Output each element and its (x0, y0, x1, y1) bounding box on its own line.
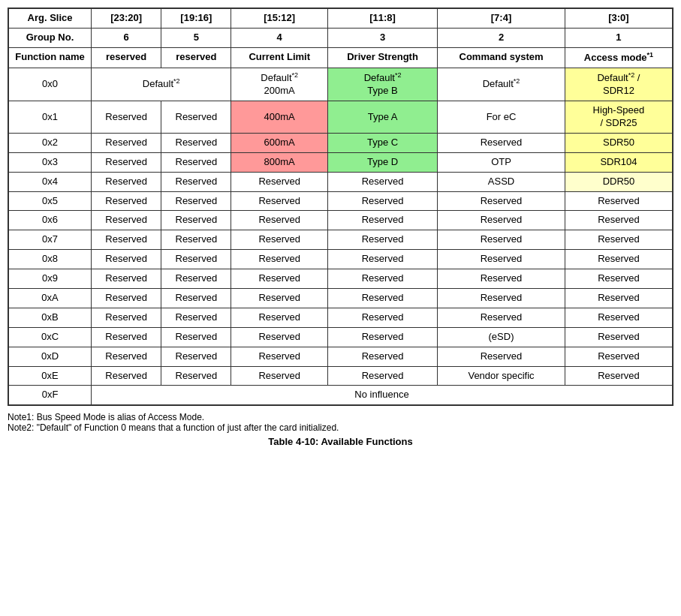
header-col1: [23:20] (92, 9, 161, 29)
row-0x8-col1: Reserved (92, 250, 161, 269)
table-row: 0x0 Default*2 Default*2200mA Default*2Ty… (9, 68, 673, 101)
subheader-col3: 4 (231, 28, 328, 47)
row-0x2-col1: Reserved (92, 133, 161, 152)
header-col2: [19:16] (161, 9, 231, 29)
row-0x4-col1: Reserved (92, 172, 161, 191)
row-0x6-access: Reserved (565, 211, 672, 230)
row-0x6-cmd: Reserved (438, 211, 565, 230)
row-0x0-driver: Default*2Type B (327, 68, 437, 101)
table-row: 0xA Reserved Reserved Reserved Reserved … (9, 289, 673, 308)
row-0x3-cmd: OTP (438, 152, 565, 172)
table-row: 0xC Reserved Reserved Reserved Reserved … (9, 327, 673, 347)
row-0x5-access: Reserved (565, 191, 672, 211)
row-id-0x3: 0x3 (9, 152, 92, 172)
row-0xD-cmd: Reserved (438, 347, 565, 366)
row-0x9-driver: Reserved (327, 269, 437, 289)
row-0x4-driver: Reserved (327, 172, 437, 191)
row-0x8-current: Reserved (231, 250, 328, 269)
row-0xA-current: Reserved (231, 289, 328, 308)
row-0x5-col1: Reserved (92, 191, 161, 211)
row-0x8-cmd: Reserved (438, 250, 565, 269)
row-0xA-col2: Reserved (161, 289, 231, 308)
table-row: 0x3 Reserved Reserved 800mA Type D OTP S… (9, 152, 673, 172)
functions-table: Arg. Slice [23:20] [19:16] [15:12] [11:8… (8, 8, 673, 405)
fn-reserved-1: reserved (92, 47, 161, 68)
notes-section: Note1: Bus Speed Mode is alias of Access… (8, 412, 673, 433)
header-col3: [15:12] (231, 9, 328, 29)
row-0x9-cmd: Reserved (438, 269, 565, 289)
table-row: 0xF No influence (9, 386, 673, 405)
row-0x6-col2: Reserved (161, 211, 231, 230)
row-0x1-access: High-Speed/ SDR25 (565, 101, 672, 134)
table-caption: Table 4-10: Available Functions (8, 436, 673, 447)
row-0x1-col2: Reserved (161, 101, 231, 134)
row-0xC-col1: Reserved (92, 327, 161, 347)
fn-command-system: Command system (438, 47, 565, 68)
row-0xB-driver: Reserved (327, 308, 437, 327)
subheader-col1: 6 (92, 28, 161, 47)
row-0x9-col2: Reserved (161, 269, 231, 289)
row-0xA-access: Reserved (565, 289, 672, 308)
subheader-col6: 1 (565, 28, 672, 47)
row-0xA-driver: Reserved (327, 289, 437, 308)
fn-access-mode: Access mode*1 (565, 47, 672, 68)
row-0xE-access: Reserved (565, 366, 672, 386)
row-0x8-col2: Reserved (161, 250, 231, 269)
row-0x9-access: Reserved (565, 269, 672, 289)
row-0x8-driver: Reserved (327, 250, 437, 269)
row-0x0-cmd: Default*2 (438, 68, 565, 101)
row-0xC-cmd: (eSD) (438, 327, 565, 347)
row-0x4-col2: Reserved (161, 172, 231, 191)
table-row: 0x9 Reserved Reserved Reserved Reserved … (9, 269, 673, 289)
row-0xE-cmd: Vendor specific (438, 366, 565, 386)
row-0x3-col2: Reserved (161, 152, 231, 172)
row-0x2-cmd: Reserved (438, 133, 565, 152)
row-0xC-current: Reserved (231, 327, 328, 347)
row-0x1-col1: Reserved (92, 101, 161, 134)
row-id-0x1: 0x1 (9, 101, 92, 134)
main-table-container: Arg. Slice [23:20] [19:16] [15:12] [11:8… (8, 8, 673, 406)
row-0x7-driver: Reserved (327, 230, 437, 250)
row-0xF-merged: No influence (92, 386, 673, 405)
table-row: 0x5 Reserved Reserved Reserved Reserved … (9, 191, 673, 211)
row-id-0x0: 0x0 (9, 68, 92, 101)
table-row: 0x1 Reserved Reserved 400mA Type A For e… (9, 101, 673, 134)
row-0x6-driver: Reserved (327, 211, 437, 230)
row-0x6-col1: Reserved (92, 211, 161, 230)
row-id-0x6: 0x6 (9, 211, 92, 230)
row-0xD-col2: Reserved (161, 347, 231, 366)
row-0xD-access: Reserved (565, 347, 672, 366)
row-0xB-current: Reserved (231, 308, 328, 327)
row-0xD-driver: Reserved (327, 347, 437, 366)
function-name-label: Function name (9, 47, 92, 68)
subheader-group: Group No. (9, 28, 92, 47)
row-0x2-col2: Reserved (161, 133, 231, 152)
row-0x5-cmd: Reserved (438, 191, 565, 211)
row-0x6-current: Reserved (231, 211, 328, 230)
fn-current-limit: Current Limit (231, 47, 328, 68)
header-row-1: Arg. Slice [23:20] [19:16] [15:12] [11:8… (9, 9, 673, 29)
row-0xC-col2: Reserved (161, 327, 231, 347)
row-0xC-driver: Reserved (327, 327, 437, 347)
header-col6: [3:0] (565, 9, 672, 29)
row-0xB-cmd: Reserved (438, 308, 565, 327)
row-id-0xC: 0xC (9, 327, 92, 347)
row-id-0xA: 0xA (9, 289, 92, 308)
row-0x7-access: Reserved (565, 230, 672, 250)
row-0x1-current: 400mA (231, 101, 328, 134)
row-0xA-col1: Reserved (92, 289, 161, 308)
row-0x9-col1: Reserved (92, 269, 161, 289)
table-row: 0xB Reserved Reserved Reserved Reserved … (9, 308, 673, 327)
table-row: 0x2 Reserved Reserved 600mA Type C Reser… (9, 133, 673, 152)
row-0x7-col1: Reserved (92, 230, 161, 250)
function-name-row: Function name reserved reserved Current … (9, 47, 673, 68)
row-0x0-current: Default*2200mA (231, 68, 328, 101)
row-0xD-col1: Reserved (92, 347, 161, 366)
row-0x5-driver: Reserved (327, 191, 437, 211)
row-0x3-current: 800mA (231, 152, 328, 172)
row-0x5-col2: Reserved (161, 191, 231, 211)
row-0x4-access: DDR50 (565, 172, 672, 191)
row-id-0x5: 0x5 (9, 191, 92, 211)
row-0x3-col1: Reserved (92, 152, 161, 172)
row-id-0x2: 0x2 (9, 133, 92, 152)
